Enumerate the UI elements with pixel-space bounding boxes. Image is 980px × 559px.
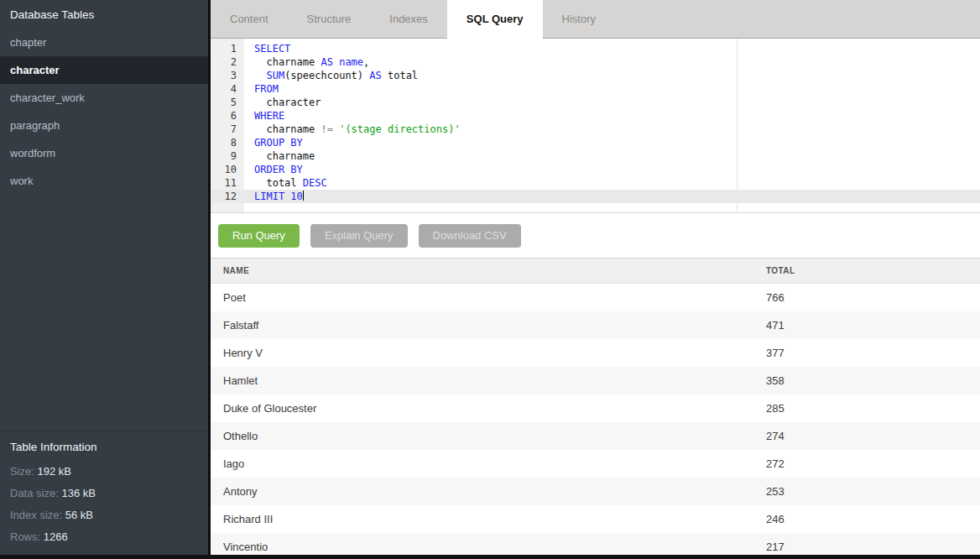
cell-name: Duke of Gloucester: [211, 394, 766, 422]
info-value: 1266: [44, 530, 68, 543]
code-line: 2 charname AS name,: [211, 55, 980, 69]
line-number: 12: [211, 190, 244, 203]
cell-total: 358: [766, 367, 980, 394]
cell-total: 274: [766, 422, 980, 450]
sql-token-pl: (speechcount): [284, 70, 369, 81]
code-text: GROUP BY: [244, 136, 303, 149]
table-row[interactable]: Richard III246: [211, 505, 980, 533]
table-row[interactable]: Othello274: [211, 422, 980, 450]
code-text: charname: [244, 149, 315, 163]
cell-total: 253: [766, 478, 980, 505]
sql-token-pl: ,: [363, 56, 369, 68]
code-text: LIMIT 10: [244, 190, 304, 203]
table-list: chaptercharactercharacter_workparagraphw…: [0, 29, 208, 195]
query-results: NAMETOTAL Poet766Falstaff471Henry V377Ha…: [211, 258, 980, 559]
code-line: 11 total DESC: [211, 176, 980, 190]
table-info-row: Index size: 56 kB: [10, 509, 198, 521]
sidebar: Database Tables chaptercharactercharacte…: [0, 0, 211, 559]
tab-content[interactable]: Content: [211, 0, 288, 38]
code-text: FROM: [244, 82, 279, 96]
tab-bar: ContentStructureIndexesSQL QueryHistory: [211, 0, 980, 39]
sidebar-item-character[interactable]: character: [0, 56, 208, 84]
cell-name: Antony: [211, 478, 766, 505]
sql-token-kw: GROUP BY: [254, 137, 303, 149]
tab-history[interactable]: History: [543, 0, 615, 38]
info-label: Rows:: [10, 530, 44, 543]
sql-token-kw: SELECT: [254, 43, 290, 55]
text-cursor: [303, 191, 304, 201]
cell-total: 471: [766, 311, 980, 339]
sidebar-item-work[interactable]: work: [0, 167, 208, 195]
sidebar-item-paragraph[interactable]: paragraph: [0, 112, 208, 139]
code-line: 7 charname != '(stage directions)': [211, 123, 980, 136]
table-row[interactable]: Hamlet358: [211, 367, 980, 394]
sql-token-pl: [254, 70, 266, 81]
code-line: 6WHERE: [211, 109, 980, 123]
cell-name: Hamlet: [211, 367, 766, 394]
line-number: 6: [211, 109, 244, 123]
tab-sql-query[interactable]: SQL Query: [447, 0, 543, 39]
query-actions-bar: Run Query Explain Query Download CSV: [211, 213, 980, 258]
line-number: 1: [211, 42, 244, 55]
line-number: 7: [211, 123, 244, 136]
line-number: 5: [211, 96, 244, 109]
code-text: ORDER BY: [244, 163, 303, 176]
download-csv-button[interactable]: Download CSV: [419, 224, 521, 248]
table-row[interactable]: Falstaff471: [211, 311, 980, 339]
sidebar-item-chapter[interactable]: chapter: [0, 29, 208, 56]
code-text: character: [244, 96, 321, 109]
explain-query-button[interactable]: Explain Query: [310, 224, 408, 248]
cell-name: Richard III: [211, 505, 766, 533]
cell-total: 285: [766, 394, 980, 422]
line-number: 4: [211, 82, 244, 96]
table-row[interactable]: Poet766: [211, 284, 980, 311]
sql-token-kw: LIMIT: [254, 191, 284, 202]
sql-token-pl: total: [254, 177, 303, 189]
code-line: 10ORDER BY: [211, 163, 980, 176]
line-number: 9: [211, 149, 244, 163]
sql-token-kw: ORDER BY: [254, 164, 303, 175]
sidebar-item-character-work[interactable]: character_work: [0, 84, 208, 112]
sql-token-op: !=: [321, 123, 332, 135]
tab-indexes[interactable]: Indexes: [370, 0, 447, 38]
results-rows: Poet766Falstaff471Henry V377Hamlet358Duk…: [211, 284, 980, 559]
code-text: charname != '(stage directions)': [244, 123, 461, 136]
code-line: 4FROM: [211, 82, 980, 96]
info-label: Index size:: [10, 509, 65, 521]
table-info-row: Rows: 1266: [10, 530, 198, 543]
column-header-total: TOTAL: [766, 259, 980, 284]
cell-name: Iago: [211, 450, 766, 478]
sql-editor[interactable]: 1SELECT2 charname AS name,3 SUM(speechco…: [211, 39, 980, 213]
cell-name: Falstaff: [211, 311, 766, 339]
code-line: 12LIMIT 10: [211, 190, 980, 203]
sidebar-item-wordform[interactable]: wordform: [0, 139, 208, 167]
results-header-row: NAMETOTAL: [211, 258, 980, 284]
tab-structure[interactable]: Structure: [288, 0, 371, 38]
table-row[interactable]: Antony253: [211, 478, 980, 505]
main-panel: ContentStructureIndexesSQL QueryHistory …: [211, 0, 980, 559]
table-row[interactable]: Duke of Gloucester285: [211, 394, 980, 422]
cell-total: 377: [766, 339, 980, 367]
app-window: Database Tables chaptercharactercharacte…: [0, 0, 980, 559]
sql-token-str: '(stage directions)': [339, 123, 461, 135]
cell-name: Henry V: [211, 339, 766, 367]
table-info-row: Data size: 136 kB: [10, 487, 198, 499]
sql-token-pl: charname: [254, 150, 315, 162]
code-text: charname AS name,: [244, 55, 369, 69]
sql-token-pl: total: [382, 70, 418, 81]
info-label: Data size:: [10, 487, 61, 499]
table-row[interactable]: Henry V377: [211, 339, 980, 367]
sql-token-kw: SUM: [266, 70, 284, 81]
sql-token-kw: name: [339, 56, 363, 68]
cell-name: Othello: [211, 422, 766, 450]
info-value: 192 kB: [38, 465, 71, 478]
run-query-button[interactable]: Run Query: [218, 224, 300, 248]
info-value: 56 kB: [65, 509, 93, 521]
sql-token-pl: character: [254, 97, 321, 108]
code-lines: 1SELECT2 charname AS name,3 SUM(speechco…: [211, 39, 980, 203]
table-information-rows: Size: 192 kBData size: 136 kBIndex size:…: [10, 465, 198, 543]
table-row[interactable]: Iago272: [211, 450, 980, 478]
line-number: 11: [211, 176, 244, 190]
table-information-header: Table Information: [10, 441, 198, 453]
code-text: WHERE: [244, 109, 284, 123]
